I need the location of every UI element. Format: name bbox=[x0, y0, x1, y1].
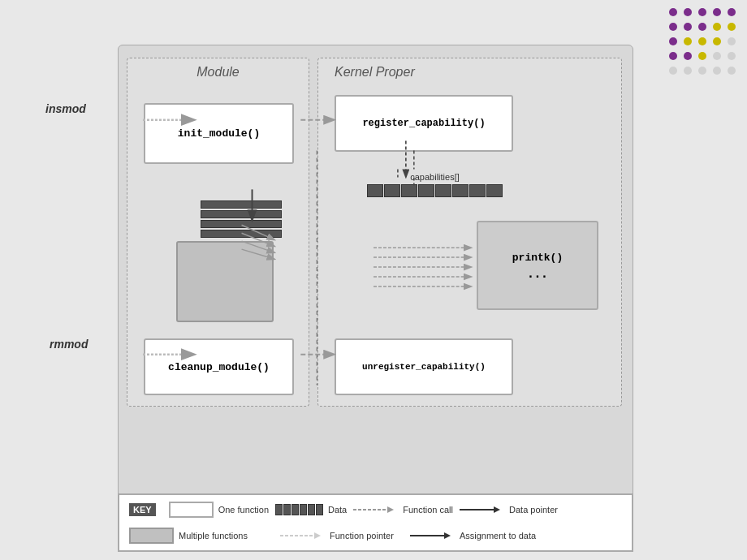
key-data-label: Data bbox=[328, 505, 347, 515]
dot-12 bbox=[698, 37, 706, 45]
dot-21 bbox=[684, 67, 692, 75]
register-capability-label: register_capability() bbox=[362, 118, 485, 129]
key-data-cells-icon bbox=[275, 504, 323, 515]
stack-bar-4 bbox=[201, 230, 282, 238]
dot-22 bbox=[698, 67, 706, 75]
key-item-function-call: Function call bbox=[353, 504, 453, 515]
dot-18 bbox=[713, 52, 721, 60]
dot-15 bbox=[669, 52, 677, 60]
svg-marker-24 bbox=[314, 532, 321, 539]
key-function-call-label: Function call bbox=[403, 505, 453, 515]
key-section: KEY One function Data Function call Data… bbox=[118, 493, 633, 552]
dot-3 bbox=[713, 8, 721, 16]
key-item-function-pointer: Function pointer bbox=[280, 528, 394, 544]
key-item-one-function: One function bbox=[169, 502, 269, 518]
dot-13 bbox=[713, 37, 721, 45]
key-item-multiple-functions: Multiple functions bbox=[129, 528, 248, 544]
key-assign-icon bbox=[410, 530, 455, 541]
dot-9 bbox=[728, 23, 736, 31]
printk-label: printk() bbox=[512, 252, 563, 264]
stack-bar-2 bbox=[201, 210, 282, 218]
kernel-section: Kernel Proper register_capability() capa… bbox=[317, 58, 622, 407]
dot-grid bbox=[669, 8, 739, 78]
kernel-label: Kernel Proper bbox=[335, 65, 415, 80]
register-capability-box: register_capability() bbox=[335, 95, 513, 152]
key-function-pointer-label: Function pointer bbox=[330, 531, 394, 541]
key-multiple-functions-label: Multiple functions bbox=[179, 531, 248, 541]
cap-cell-3 bbox=[401, 184, 417, 197]
capabilities-array: capabilities[] bbox=[367, 172, 503, 197]
key-data-ptr-icon bbox=[460, 504, 504, 515]
key-func-ptr-icon bbox=[280, 530, 325, 541]
diagram-container: Module init_module() cleanup_module() Ke… bbox=[118, 45, 633, 515]
dot-19 bbox=[728, 52, 736, 60]
rmmod-label: rmmod bbox=[50, 338, 88, 351]
dot-20 bbox=[669, 67, 677, 75]
cap-cell-4 bbox=[418, 184, 434, 197]
stack-bar-3 bbox=[201, 220, 282, 228]
cleanup-module-box: cleanup_module() bbox=[144, 338, 294, 395]
init-module-box: init_module() bbox=[144, 103, 294, 164]
key-item-assignment: Assignment to data bbox=[410, 528, 536, 544]
dot-23 bbox=[713, 67, 721, 75]
module-label: Module bbox=[196, 65, 239, 80]
dot-14 bbox=[728, 37, 736, 45]
cap-cell-1 bbox=[367, 184, 383, 197]
key-assignment-label: Assignment to data bbox=[460, 531, 536, 541]
cap-cell-2 bbox=[384, 184, 400, 197]
key-multi-box-icon bbox=[129, 528, 174, 544]
dot-5 bbox=[669, 23, 677, 31]
dot-7 bbox=[698, 23, 706, 31]
dot-2 bbox=[698, 8, 706, 16]
dot-24 bbox=[728, 67, 736, 75]
capabilities-label: capabilities[] bbox=[410, 172, 460, 182]
dot-0 bbox=[669, 8, 677, 16]
key-func-call-icon bbox=[353, 504, 398, 515]
insmod-label: insmod bbox=[45, 102, 86, 115]
dispatch-box bbox=[176, 241, 274, 322]
module-section: Module init_module() cleanup_module() bbox=[127, 58, 309, 407]
init-module-label: init_module() bbox=[178, 127, 260, 140]
module-stack bbox=[201, 200, 282, 238]
printk-box: printk() ... bbox=[477, 221, 598, 310]
cleanup-module-label: cleanup_module() bbox=[168, 361, 270, 373]
stack-bar-1 bbox=[201, 200, 282, 209]
dot-4 bbox=[728, 8, 736, 16]
unregister-capability-label: unregister_capability() bbox=[362, 362, 486, 372]
cap-cell-6 bbox=[452, 184, 468, 197]
key-one-function-label: One function bbox=[218, 505, 269, 515]
cap-cell-8 bbox=[486, 184, 503, 197]
printk-dots: ... bbox=[527, 267, 547, 280]
dot-16 bbox=[684, 52, 692, 60]
key-title: KEY bbox=[129, 503, 156, 516]
cap-cells bbox=[367, 184, 503, 197]
dot-1 bbox=[684, 8, 692, 16]
key-func-box-icon bbox=[169, 502, 214, 518]
svg-marker-26 bbox=[444, 532, 451, 539]
dot-17 bbox=[698, 52, 706, 60]
dot-8 bbox=[713, 23, 721, 31]
svg-marker-20 bbox=[387, 506, 394, 513]
key-data-pointer-label: Data pointer bbox=[509, 505, 558, 515]
cap-cell-7 bbox=[469, 184, 486, 197]
dot-11 bbox=[684, 37, 692, 45]
cap-cell-5 bbox=[435, 184, 451, 197]
svg-marker-22 bbox=[494, 506, 500, 513]
dot-6 bbox=[684, 23, 692, 31]
key-item-data-pointer: Data pointer bbox=[460, 504, 558, 515]
key-item-data: Data bbox=[275, 504, 347, 515]
dot-10 bbox=[669, 37, 677, 45]
unregister-capability-box: unregister_capability() bbox=[335, 338, 513, 395]
